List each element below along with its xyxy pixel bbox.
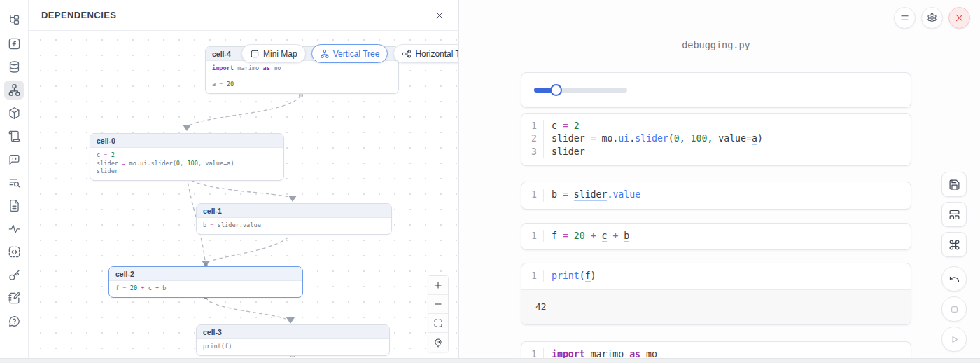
dependency-graph-canvas[interactable]: cell-4import marimo as mo a = 20cell-0c … xyxy=(29,31,458,357)
notebook-top-buttons xyxy=(894,7,970,29)
graph-node-cell-1[interactable]: cell-1b = slider.value xyxy=(196,203,392,235)
dependencies-header: DEPENDENCIES xyxy=(29,0,458,31)
save-icon xyxy=(948,179,960,191)
node-code: f = 20 + c + b xyxy=(109,281,302,297)
undo-button[interactable] xyxy=(941,266,967,292)
zoom-in-button[interactable] xyxy=(428,276,448,295)
dependency-graph-icon xyxy=(8,83,21,97)
minimap-icon xyxy=(250,49,260,59)
code-line[interactable]: slider = mo.ui.slider(0, 100, value=a) xyxy=(544,132,763,145)
cell-output: 42 xyxy=(522,289,911,324)
command-palette-button[interactable] xyxy=(941,232,967,257)
line-number: 1 xyxy=(522,120,544,132)
node-code: import marimo as mo a = 20 xyxy=(206,61,398,93)
view-button-label: Horizontal Tree xyxy=(415,49,458,59)
marimo-app: DEPENDENCIES xyxy=(0,0,980,363)
help-bubble-icon xyxy=(8,315,21,328)
code-cell[interactable]: 1b = slider.value xyxy=(521,182,911,209)
package-icon xyxy=(8,107,21,120)
file-text-icon xyxy=(8,199,21,212)
sidebar-item-package[interactable] xyxy=(4,104,24,123)
output-cell-slider xyxy=(521,72,911,108)
sidebar-item-database[interactable] xyxy=(4,57,24,76)
notebook-cells: 1c = 22slider = mo.ui.slider(0, 100, val… xyxy=(521,72,911,363)
pin-button[interactable] xyxy=(428,333,448,352)
file-tree-icon xyxy=(8,14,21,27)
sidebar-item-dependency-graph[interactable] xyxy=(4,81,24,100)
database-icon xyxy=(8,60,21,74)
notebook-settings-button[interactable] xyxy=(921,7,943,29)
node-title: cell-0 xyxy=(90,134,284,148)
layout-button[interactable] xyxy=(941,202,967,227)
shutdown-button[interactable] xyxy=(948,7,970,29)
stop-button[interactable] xyxy=(941,296,967,322)
sidebar-item-help-bubble[interactable] xyxy=(4,312,24,331)
code-line[interactable]: b = slider.value xyxy=(544,189,640,201)
line-number: 2 xyxy=(522,132,544,145)
stop-icon xyxy=(948,303,960,315)
graph-zoom-controls xyxy=(428,275,449,352)
sidebar-rail xyxy=(0,0,29,363)
gear-icon xyxy=(927,13,937,23)
graph-view-toolbar: Mini MapVertical TreeHorizontal Tree xyxy=(241,44,458,63)
run-button[interactable] xyxy=(941,327,967,352)
code-cell[interactable]: 1print(f)42 xyxy=(521,263,911,325)
sidebar-item-chat-bot[interactable] xyxy=(4,150,24,169)
sidebar-item-activity[interactable] xyxy=(4,219,24,238)
node-title: cell-2 xyxy=(109,267,302,281)
play-icon xyxy=(948,334,960,345)
code-line[interactable]: slider xyxy=(544,146,585,158)
code-cell[interactable]: 1f = 20 + c + b xyxy=(521,223,911,250)
command-icon xyxy=(948,239,960,251)
notebook-filename: debugging.py xyxy=(521,39,911,50)
graph-node-cell-0[interactable]: cell-0c = 2slider = mo.ui.slider(0, 100,… xyxy=(90,133,284,181)
log-search-icon xyxy=(8,176,21,189)
notebook-pen-icon xyxy=(8,292,21,305)
sidebar-item-file-tree[interactable] xyxy=(4,11,24,30)
line-number: 1 xyxy=(522,189,544,201)
graph-node-cell-3[interactable]: cell-3print(f) xyxy=(196,324,390,356)
view-button-vertical-tree[interactable]: Vertical Tree xyxy=(312,44,388,63)
sidebar-item-code-square[interactable] xyxy=(4,242,24,261)
code-cell[interactable]: 1c = 22slider = mo.ui.slider(0, 100, val… xyxy=(521,113,911,166)
view-button-mini-map[interactable]: Mini Map xyxy=(241,44,306,63)
graph-node-cell-2[interactable]: cell-2f = 20 + c + b xyxy=(108,266,303,298)
chat-bot-icon xyxy=(8,153,21,166)
node-code: print(f) xyxy=(197,339,389,355)
notebook-menu-button[interactable] xyxy=(894,7,916,29)
sidebar-item-notebook-pen[interactable] xyxy=(4,289,24,308)
zoom-out-button[interactable] xyxy=(428,295,448,314)
line-number: 1 xyxy=(522,270,544,282)
node-title: cell-3 xyxy=(197,325,389,339)
code-line[interactable]: c = 2 xyxy=(544,120,580,132)
layout-icon xyxy=(948,209,960,221)
node-code: b = slider.value xyxy=(197,218,391,234)
sidebar-item-key[interactable] xyxy=(4,266,24,285)
view-button-horizontal-tree[interactable]: Horizontal Tree xyxy=(393,44,458,63)
scroll-icon xyxy=(8,130,21,143)
dependencies-panel: DEPENDENCIES xyxy=(29,0,459,363)
undo-icon xyxy=(948,273,960,285)
view-button-label: Vertical Tree xyxy=(333,49,380,59)
notebook-action-buttons xyxy=(941,172,967,357)
save-button[interactable] xyxy=(941,172,967,197)
horizontal-scrollbar[interactable] xyxy=(0,358,980,363)
line-number: 1 xyxy=(522,230,544,242)
sidebar-item-scroll[interactable] xyxy=(4,127,24,146)
slider-thumb[interactable] xyxy=(550,84,562,96)
code-line[interactable]: f = 20 + c + b xyxy=(544,230,629,242)
close-icon[interactable] xyxy=(432,8,447,23)
key-icon xyxy=(8,268,21,282)
sidebar-item-function-square[interactable] xyxy=(4,34,24,53)
slider-widget[interactable] xyxy=(534,88,627,93)
code-line[interactable]: print(f) xyxy=(544,270,596,282)
close-icon xyxy=(954,13,965,23)
notebook-area: debugging.py 1c = 22slider = mo.ui.slide… xyxy=(459,0,980,363)
sidebar-item-file-text[interactable] xyxy=(4,196,24,215)
node-code: c = 2slider = mo.ui.slider(0, 100, value… xyxy=(90,148,284,180)
menu-icon xyxy=(899,13,910,23)
fit-view-button[interactable] xyxy=(428,314,448,333)
function-square-icon xyxy=(8,37,21,50)
sidebar-item-log-search[interactable] xyxy=(4,173,24,192)
activity-icon xyxy=(8,222,21,235)
